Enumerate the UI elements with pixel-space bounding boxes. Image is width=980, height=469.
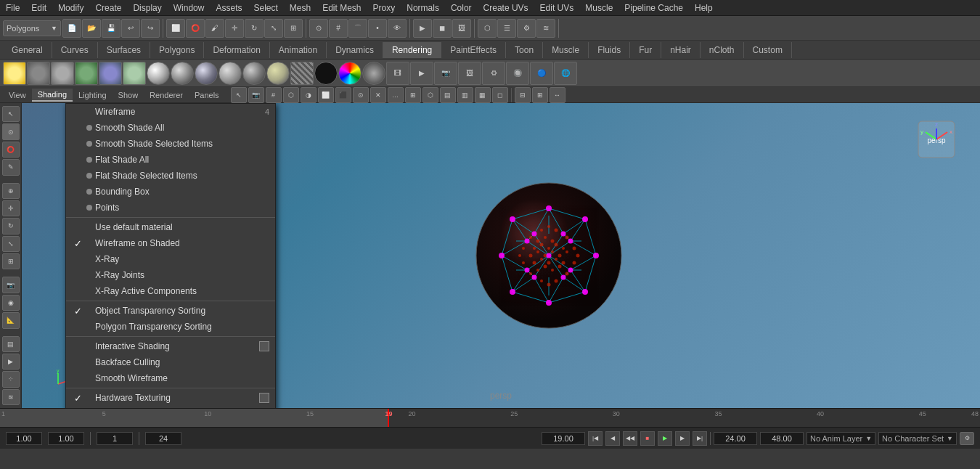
anim-layer-dropdown[interactable]: No Anim Layer ▼ [807,432,875,445]
menu-item-hardware-fog[interactable]: Hardware Fog [66,406,275,408]
prev-frame-btn[interactable]: ◀ [605,431,620,446]
shelf-sun[interactable] [3,62,26,85]
tool-particles[interactable]: ⁘ [2,371,20,387]
tool-layers[interactable]: ▤ [2,336,20,352]
view-menu-lighting[interactable]: Lighting [73,89,113,101]
vt-icon-sync[interactable]: ↔ [550,87,565,103]
shelf-render-film[interactable]: 🎞 [386,62,409,85]
ipr-btn[interactable]: ◼ [433,19,452,38]
menu-color[interactable]: Color [445,1,478,15]
menu-item-flat-shade-selected[interactable]: Flat Shade Selected Items [66,168,275,184]
menu-proxy[interactable]: Proxy [367,1,401,15]
menu-help[interactable]: Help [689,1,719,15]
status-val1[interactable] [6,432,42,445]
grid-btn[interactable]: # [329,19,348,38]
shelf-extra2[interactable]: 🔵 [530,62,553,85]
tool-paint[interactable]: ✎ [2,159,20,175]
menu-item-backface-culling[interactable]: Backface Culling [66,354,275,370]
menu-item-smooth-wireframe[interactable]: Smooth Wireframe [66,370,275,386]
magnet-btn[interactable]: ⊙ [309,19,328,38]
view-menu-show[interactable]: Show [113,89,144,101]
menu-item-bounding-box[interactable]: Bounding Box [66,184,275,200]
view-btn[interactable]: 👁 [388,19,407,38]
tool-lasso[interactable]: ⭕ [2,142,20,158]
extra3-btn[interactable]: ⚙ [517,19,536,38]
vt-icon-more[interactable]: … [388,87,404,103]
tab-toon[interactable]: Toon [506,42,543,58]
vt-icon-smooth[interactable]: ⬛ [335,87,351,103]
tab-dynamics[interactable]: Dynamics [327,42,383,58]
menu-mesh[interactable]: Mesh [284,1,317,15]
menu-pipeline-cache[interactable]: Pipeline Cache [618,1,689,15]
menu-item-x-ray[interactable]: X-Ray [66,251,275,267]
menu-item-obj-transparency[interactable]: ✓Object Transparency Sorting [66,303,275,319]
vt-icon-perspective[interactable]: ⬡ [283,87,299,103]
view-menu-view[interactable]: View [3,89,32,101]
shelf-extra3[interactable]: 🌐 [554,62,577,85]
menu-muscle[interactable]: Muscle [579,1,618,15]
shelf-dark[interactable] [314,62,338,85]
menu-modify[interactable]: Modify [52,1,89,15]
tab-curves[interactable]: Curves [52,42,98,58]
shelf-sphere5[interactable] [242,62,266,85]
shelf-sphere6[interactable] [266,62,290,85]
shelf-extra1[interactable]: 🔘 [506,62,529,85]
scale-btn[interactable]: ⤡ [264,19,283,38]
menu-edit-mesh[interactable]: Edit Mesh [317,1,367,15]
vt-icon-shadow[interactable]: ▦ [475,87,491,103]
viewport[interactable]: Wireframe4Smooth Shade AllSmooth Shade S… [22,103,980,408]
stop-btn[interactable]: ■ [640,431,655,446]
tab-ncloth[interactable]: nCloth [701,42,744,58]
open-btn[interactable]: 📂 [82,19,101,38]
rotate-btn[interactable]: ↻ [245,19,264,38]
menu-item-smooth-shade-selected[interactable]: Smooth Shade Selected Items [66,136,275,152]
vt-icon-isolate[interactable]: ⊙ [353,87,369,103]
menu-item-use-default-material[interactable]: Use default material [66,219,275,235]
vt-icon-shading[interactable]: ◑ [301,87,317,103]
shelf-sphere1[interactable] [147,62,170,85]
shelf-render-settings[interactable]: ⚙ [482,62,505,85]
menu-create-uvs[interactable]: Create UVs [478,1,534,15]
tab-general[interactable]: General [3,42,52,58]
shelf-ambient[interactable] [123,62,146,85]
tab-fluids[interactable]: Fluids [589,42,630,58]
timeline[interactable]: 1 5 10 15 19 20 25 30 35 40 45 48 [0,408,980,427]
options-icon[interactable] [259,393,269,403]
vt-icon-playback[interactable]: ⊞ [532,87,548,103]
tool-move2[interactable]: ✛ [2,200,20,216]
paint-btn[interactable]: 🖌 [205,19,224,38]
menu-item-poly-transparency[interactable]: Polygon Transparency Sorting [66,319,275,335]
tool-measure[interactable]: 📐 [2,312,20,328]
vt-icon-texture[interactable]: ▥ [457,87,473,103]
menu-item-hardware-texturing[interactable]: ✓Hardware Texturing [66,390,275,406]
new-btn[interactable]: 📄 [62,19,81,38]
vt-icon-gate[interactable]: ⬡ [422,87,438,103]
menu-item-flat-shade-all[interactable]: Flat Shade All [66,152,275,168]
shelf-area-light[interactable] [75,62,98,85]
mode-dropdown[interactable]: Polygons ▼ [3,20,61,36]
shelf-colorful[interactable] [338,62,362,85]
point-btn[interactable]: • [368,19,387,38]
menu-file[interactable]: File [0,1,25,15]
status-val2[interactable] [48,432,84,445]
lasso-btn[interactable]: ⭕ [186,19,205,38]
curve-btn[interactable]: ⌒ [348,19,367,38]
menu-item-wireframe-on-shaded[interactable]: ✓Wireframe on Shaded [66,235,275,251]
shelf-render-play[interactable]: ▶ [410,62,433,85]
menu-item-wireframe[interactable]: Wireframe4 [66,104,275,120]
shelf-render-window[interactable]: 🖼 [458,62,481,85]
view-menu-shading[interactable]: Shading [32,89,73,102]
shelf-sphere3[interactable] [195,62,218,85]
tab-deformation[interactable]: Deformation [204,42,269,58]
tab-animation[interactable]: Animation [270,42,327,58]
status-val3[interactable] [97,432,133,445]
next-frame-btn[interactable]: ▶ [675,431,690,446]
char-set-btn[interactable]: ⚙ [960,432,974,445]
extra1-btn[interactable]: ⬡ [478,19,497,38]
tab-fur[interactable]: Fur [630,42,661,58]
shelf-volume-light[interactable] [99,62,122,85]
menu-item-smooth-shade-all[interactable]: Smooth Shade All [66,120,275,136]
options-icon[interactable] [259,341,269,351]
menu-display[interactable]: Display [127,1,167,15]
render-btn[interactable]: ▶ [413,19,432,38]
